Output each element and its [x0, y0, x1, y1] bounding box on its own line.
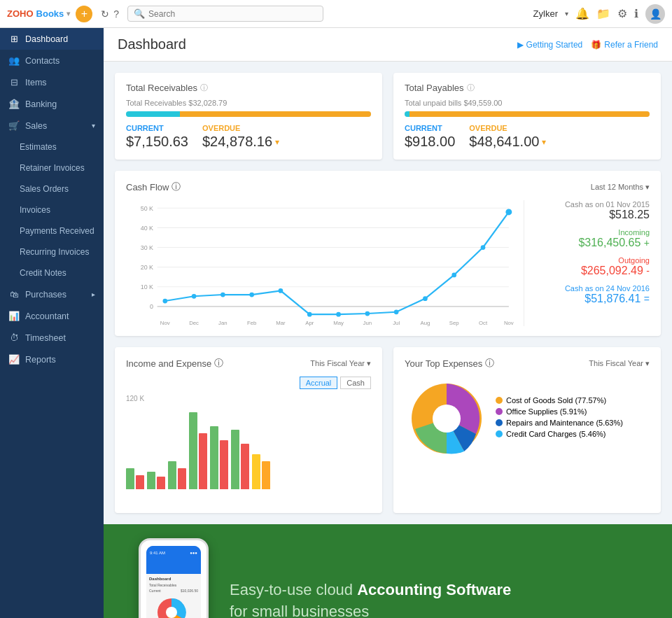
svg-text:2016: 2016	[304, 325, 316, 326]
income-bar	[168, 461, 176, 489]
sidebar-item-banking[interactable]: 🏦 Banking	[0, 93, 104, 115]
header-actions: ▶ Getting Started 🎁 Refer a Friend	[517, 40, 658, 50]
payables-current-bar	[405, 111, 410, 117]
search-bar[interactable]: 🔍	[127, 6, 323, 22]
sidebar-item-creditnotes[interactable]: Credit Notes	[0, 262, 104, 283]
sidebar-item-purchases[interactable]: 🛍 Purchases ▸	[0, 283, 104, 305]
cashflow-info-icon[interactable]: ⓘ	[172, 181, 181, 193]
legend-item-3: Repairs and Maintenance (5.63%)	[496, 419, 623, 427]
cashflow-incoming-stat: Incoming $316,450.65 +	[531, 228, 650, 249]
books-text: Books	[36, 8, 64, 19]
sidebar-item-payments[interactable]: Payments Received	[0, 220, 104, 241]
cashflow-body: 50 K 40 K 30 K 20 K 10 K 0	[126, 200, 650, 326]
reports-icon: 📈	[8, 354, 20, 365]
accountant-icon: 📊	[8, 311, 20, 321]
sidebar-item-items[interactable]: ⊟ Items	[0, 71, 104, 93]
help-icon[interactable]: ?	[113, 8, 119, 20]
add-button[interactable]: +	[76, 6, 92, 22]
y-axis-label: 120 K	[126, 395, 371, 402]
sidebar-item-sales[interactable]: 🛒 Sales ▾	[0, 115, 104, 136]
income-bar	[147, 472, 155, 489]
svg-point-18	[307, 312, 312, 317]
legend-label-2: Office Supplies (5.91%)	[506, 407, 587, 416]
contacts-icon: 👥	[8, 55, 20, 66]
svg-text:2016: 2016	[390, 325, 402, 326]
content-header: Dashboard ▶ Getting Started 🎁 Refer a Fr…	[104, 28, 672, 62]
promo-line2: for small businesses	[230, 601, 511, 618]
payables-info-icon[interactable]: ⓘ	[467, 83, 475, 93]
cashflow-incoming-label: Incoming	[531, 228, 650, 237]
info2-icon[interactable]: ℹ	[634, 7, 638, 20]
receivables-overdue-value: $24,878.16 ▾	[202, 134, 279, 150]
search-input[interactable]	[148, 9, 317, 19]
dropdown-arrow-icon[interactable]: ▾	[66, 10, 70, 17]
sidebar-item-dashboard[interactable]: ⊞ Dashboard	[0, 28, 104, 50]
user-dropdown-icon[interactable]: ▾	[565, 10, 568, 17]
refer-friend-link[interactable]: 🎁 Refer a Friend	[591, 40, 658, 50]
files-icon[interactable]: 📁	[596, 7, 610, 20]
top-expenses-filter[interactable]: This Fiscal Year ▾	[589, 359, 650, 368]
user-name[interactable]: Zylker	[533, 8, 558, 19]
sidebar-label-purchases: Purchases	[25, 290, 66, 300]
purchases-expand-icon: ▸	[92, 290, 95, 298]
svg-point-17	[279, 288, 284, 293]
cashflow-start-stat: Cash as on 01 Nov 2015 $518.25	[531, 200, 650, 221]
sidebar-label-dashboard: Dashboard	[25, 34, 68, 44]
pie-legend: Cost of Goods Sold (77.57%) Office Suppl…	[496, 396, 623, 441]
refresh-icon[interactable]: ↻	[101, 8, 109, 20]
income-bar	[126, 468, 134, 489]
notifications-icon[interactable]: 🔔	[575, 7, 589, 20]
income-expense-card: Income and Expense ⓘ This Fiscal Year ▾ …	[115, 347, 382, 513]
cashflow-svg: 50 K 40 K 30 K 20 K 10 K 0	[126, 200, 517, 326]
phone-mockup-container: 9:41 AM ●●● Dashboard Total Receivables …	[139, 538, 209, 618]
income-expense-filter-arrow-icon: ▾	[367, 359, 371, 368]
sidebar-item-accountant[interactable]: 📊 Accountant	[0, 305, 104, 327]
svg-text:2016: 2016	[246, 325, 258, 326]
legend-item-1: Cost of Goods Sold (77.57%)	[496, 396, 623, 405]
expense-bar	[262, 461, 270, 489]
sidebar-item-estimates[interactable]: Estimates	[0, 136, 104, 157]
overdue-arrow-icon[interactable]: ▾	[275, 137, 279, 147]
legend-dot-4	[496, 430, 503, 437]
avatar[interactable]: 👤	[645, 4, 665, 24]
settings-icon[interactable]: ⚙	[617, 7, 627, 20]
sidebar-item-timesheet[interactable]: ⏱ Timesheet	[0, 327, 104, 349]
accrual-tab[interactable]: Accrual	[300, 377, 338, 389]
sales-icon: 🛒	[8, 120, 20, 131]
income-expense-info-icon[interactable]: ⓘ	[214, 357, 223, 370]
receivables-current-label: CURRENT	[126, 124, 188, 132]
income-expense-filter[interactable]: This Fiscal Year ▾	[310, 359, 371, 368]
play-icon: ▶	[517, 40, 524, 50]
legend-label-4: Credit Card Charges (5.46%)	[506, 430, 606, 438]
promo-text: Easy-to-use cloud Accounting Software fo…	[230, 580, 511, 618]
getting-started-link[interactable]: ▶ Getting Started	[517, 40, 583, 50]
svg-text:20 K: 20 K	[141, 264, 153, 271]
sidebar-item-invoices[interactable]: Invoices	[0, 199, 104, 220]
sidebar-item-retainer[interactable]: Retainer Invoices	[0, 157, 104, 178]
cashflow-filter[interactable]: Last 12 Months ▾	[591, 183, 650, 192]
svg-text:2016: 2016	[361, 325, 374, 326]
topbar-right: Zylker ▾ 🔔 📁 ⚙ ℹ 👤	[533, 4, 665, 24]
phone-pie	[149, 595, 195, 618]
sidebar-item-salesorders[interactable]: Sales Orders	[0, 178, 104, 199]
sidebar-item-reports[interactable]: 📈 Reports	[0, 349, 104, 370]
payables-arrow-icon[interactable]: ▾	[542, 137, 546, 147]
svg-point-24	[481, 245, 486, 250]
sidebar-item-contacts[interactable]: 👥 Contacts	[0, 50, 104, 71]
svg-text:2016: 2016	[419, 325, 432, 326]
income-expense-header: Income and Expense ⓘ This Fiscal Year ▾	[126, 357, 371, 370]
cashflow-card: Cash Flow ⓘ Last 12 Months ▾	[115, 171, 661, 336]
cash-tab[interactable]: Cash	[340, 377, 371, 389]
svg-point-16	[249, 293, 254, 297]
expense-bar	[178, 468, 186, 489]
legend-dot-3	[496, 419, 503, 426]
sidebar-label-sales: Sales	[25, 121, 47, 131]
top-expenses-info-icon[interactable]: ⓘ	[485, 357, 494, 370]
sidebar-label-payments: Payments Received	[20, 226, 94, 236]
banking-icon: 🏦	[8, 99, 20, 109]
sidebar-label-estimates: Estimates	[20, 142, 57, 152]
sidebar-item-recurring[interactable]: Recurring Invoices	[0, 241, 104, 262]
receivables-info-icon[interactable]: ⓘ	[200, 83, 208, 93]
income-bar	[189, 412, 197, 489]
cashflow-chart: 50 K 40 K 30 K 20 K 10 K 0	[126, 200, 517, 326]
